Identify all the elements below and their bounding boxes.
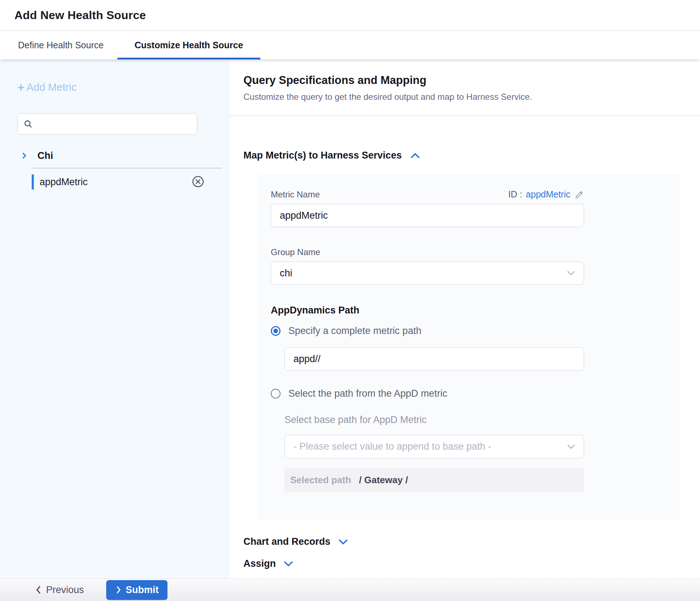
tab-define-health-source[interactable]: Define Health Source <box>18 31 104 59</box>
chart-and-records-title: Chart and Records <box>243 536 331 547</box>
assign-title: Assign <box>243 558 276 569</box>
add-metric-label: Add Metric <box>27 81 77 93</box>
chevron-down-icon <box>566 270 576 276</box>
assign-toggle[interactable]: Assign <box>243 558 700 569</box>
footer-bar: Previous Submit <box>0 578 700 601</box>
metric-name-label: Metric Name <box>271 190 320 200</box>
add-metric-button[interactable]: + Add Metric <box>17 81 229 93</box>
previous-button[interactable]: Previous <box>35 584 84 596</box>
heading-divider <box>229 116 700 116</box>
chevron-down-icon <box>283 560 294 568</box>
tab-label: Customize Health Source <box>135 40 243 50</box>
radio-select-path-from-appd[interactable]: Select the path from the AppD metric <box>271 388 666 399</box>
map-metrics-title: Map Metric(s) to Harness Services <box>243 150 402 161</box>
content-area: + Add Metric <box>0 59 700 578</box>
previous-label: Previous <box>46 584 84 596</box>
chart-and-records-toggle[interactable]: Chart and Records <box>243 536 700 547</box>
radio-select-path-label: Select the path from the AppD metric <box>288 388 447 399</box>
appdynamics-path-heading: AppDynamics Path <box>271 305 666 316</box>
section-subheading: Customize the query to get the desired o… <box>243 92 700 102</box>
group-name-select[interactable]: chi <box>271 262 584 285</box>
chevron-down-icon <box>566 444 576 450</box>
delete-metric-icon[interactable] <box>191 175 205 188</box>
title-bar: Add New Health Source <box>0 0 700 31</box>
tab-bar: Define Health Source Customize Health So… <box>0 31 700 59</box>
search-input[interactable] <box>37 119 191 129</box>
plus-icon: + <box>17 81 24 93</box>
selected-path-label: Selected path <box>290 475 351 486</box>
query-specifications-panel: Query Specifications and Mapping Customi… <box>229 59 700 578</box>
metric-item-label: appdMetric <box>40 177 88 188</box>
complete-metric-path-input[interactable] <box>284 347 584 371</box>
radio-selected-icon[interactable] <box>271 326 281 336</box>
chevron-left-icon <box>35 585 42 595</box>
submit-button[interactable]: Submit <box>106 580 167 600</box>
active-tab-underline <box>117 58 260 59</box>
group-name-label: Group Name <box>271 247 666 257</box>
tree-group-chi[interactable]: Chi <box>17 146 229 166</box>
metric-search-box[interactable] <box>17 113 197 135</box>
selected-path-strip: Selected path / Gateway / <box>284 468 584 492</box>
chevron-down-icon <box>338 538 349 546</box>
map-metrics-section-toggle[interactable]: Map Metric(s) to Harness Services <box>243 150 700 161</box>
radio-complete-metric-path[interactable]: Specify a complete metric path <box>271 325 666 337</box>
selected-metric-indicator <box>32 174 34 190</box>
base-path-placeholder: - Please select value to append to base … <box>293 441 491 452</box>
search-icon <box>23 119 33 129</box>
tab-customize-health-source[interactable]: Customize Health Source <box>117 31 260 59</box>
map-metrics-form: Metric Name ID : appdMetric Group Nam <box>258 174 680 520</box>
metrics-sidebar: + Add Metric <box>0 59 229 578</box>
selected-path-value: / Gateway / <box>359 475 408 486</box>
chevron-up-icon <box>410 152 421 160</box>
metric-name-input[interactable] <box>271 204 584 227</box>
radio-unselected-icon[interactable] <box>271 389 281 399</box>
metric-tree: Chi appdMetric <box>17 146 229 193</box>
metric-id-value[interactable]: appdMetric <box>526 189 570 200</box>
chevron-right-icon <box>20 152 28 160</box>
radio-complete-path-label: Specify a complete metric path <box>288 325 421 337</box>
edit-id-icon[interactable] <box>575 190 584 199</box>
chevron-right-icon <box>115 586 122 594</box>
group-name-value: chi <box>280 268 292 279</box>
tree-item-appdmetric[interactable]: appdMetric <box>17 170 229 193</box>
base-path-label: Select base path for AppD Metric <box>284 414 666 426</box>
submit-label: Submit <box>126 584 159 596</box>
tab-label: Define Health Source <box>18 40 104 50</box>
group-label: Chi <box>37 150 53 161</box>
base-path-select[interactable]: - Please select value to append to base … <box>284 435 584 458</box>
tree-divider <box>32 168 222 168</box>
add-health-source-drawer: Add New Health Source Define Health Sour… <box>0 0 700 601</box>
metric-id-prefix: ID : <box>508 189 522 200</box>
section-heading: Query Specifications and Mapping <box>243 74 700 87</box>
page-title: Add New Health Source <box>14 9 146 22</box>
